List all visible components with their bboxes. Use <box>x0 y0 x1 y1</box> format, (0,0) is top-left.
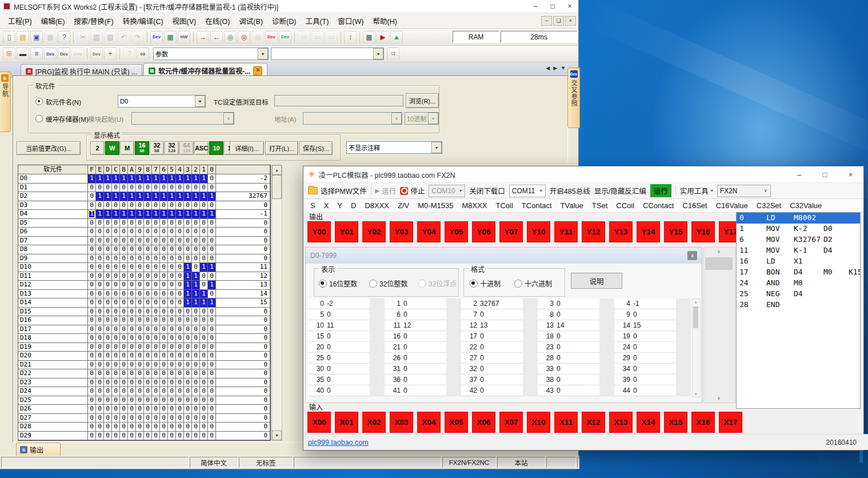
bit-cell[interactable]: 0 <box>160 387 168 396</box>
bit-cell[interactable]: 0 <box>192 414 200 423</box>
device-cell[interactable]: D10 <box>18 263 88 272</box>
device-cell[interactable]: D25 <box>18 396 88 405</box>
bit-cell[interactable]: 0 <box>152 298 160 308</box>
bit-cell[interactable]: 0 <box>104 184 112 193</box>
bit-cell[interactable]: 0 <box>96 272 104 281</box>
bit-cell[interactable]: 0 <box>96 361 104 370</box>
run-icon[interactable]: ▶ <box>377 31 389 43</box>
bit-cell[interactable]: 0 <box>96 343 104 352</box>
io-button-x06[interactable]: X06 <box>472 412 495 433</box>
bit-cell[interactable]: 0 <box>184 228 192 237</box>
d-register-cell[interactable]: 80 <box>538 309 599 320</box>
bit-cell[interactable]: 0 <box>120 290 128 299</box>
bit-cell[interactable]: 1 <box>136 174 144 184</box>
bit-cell[interactable]: 1 <box>176 210 184 219</box>
device-cell[interactable]: D5 <box>18 219 88 228</box>
d-register-cell[interactable]: 220 <box>461 342 523 353</box>
bit-cell[interactable]: 0 <box>184 316 192 325</box>
bit-cell[interactable]: 0 <box>96 228 104 237</box>
bit-cell[interactable]: 0 <box>200 387 208 396</box>
bit-cell[interactable]: 0 <box>208 379 216 388</box>
d-register-cell[interactable]: 400 <box>308 385 370 396</box>
bit-cell[interactable]: 0 <box>152 379 160 388</box>
bit-cell[interactable]: 0 <box>136 423 144 432</box>
bit-cell[interactable]: 0 <box>152 308 160 317</box>
bit-cell[interactable]: 0 <box>192 369 200 379</box>
bit-cell[interactable]: 1 <box>144 192 152 201</box>
bit-cell[interactable]: 0 <box>120 316 128 325</box>
d-register-cell[interactable]: 150 <box>308 331 370 342</box>
io-button-y04[interactable]: Y04 <box>417 221 441 242</box>
bit-cell[interactable]: 0 <box>200 369 208 379</box>
bit-cell[interactable]: 0 <box>128 263 136 272</box>
bit-cell[interactable]: 0 <box>152 325 160 334</box>
bit-cell[interactable]: 1 <box>152 210 160 219</box>
bit-cell[interactable]: 0 <box>176 361 184 370</box>
bit-cell[interactable]: 0 <box>104 219 112 228</box>
bit-cell[interactable]: 1 <box>112 174 120 184</box>
bit-cell[interactable]: 0 <box>160 343 168 352</box>
device-tab-m8xxx[interactable]: M8XXX <box>462 201 487 210</box>
bit-cell[interactable]: 0 <box>128 334 136 343</box>
scroll-down-icon[interactable]: ∨ <box>693 391 699 397</box>
device-tab-d8xxx[interactable]: D8XXX <box>365 201 389 210</box>
bit-cell[interactable]: 0 <box>184 201 192 210</box>
bit-cell[interactable]: 1 <box>184 298 192 308</box>
bit-cell[interactable]: 0 <box>112 228 120 237</box>
bit-cell[interactable]: 0 <box>120 245 128 254</box>
bit-cell[interactable]: 0 <box>128 298 136 308</box>
io-button-y00[interactable]: Y00 <box>307 221 331 242</box>
bit-cell[interactable]: 0 <box>112 343 120 352</box>
bit-cell[interactable]: 1 <box>168 192 176 201</box>
bit-cell[interactable]: 0 <box>96 184 104 193</box>
bit-cell[interactable]: 0 <box>136 272 144 281</box>
bit-cell[interactable]: 0 <box>88 387 96 396</box>
device-cell[interactable]: D21 <box>18 361 88 370</box>
tab-close-icon[interactable]: × <box>253 66 262 75</box>
device-tab-x[interactable]: X <box>324 201 329 210</box>
device-cell[interactable]: D18 <box>18 334 88 343</box>
bit-cell[interactable]: 0 <box>176 352 184 361</box>
bit-cell[interactable]: 0 <box>120 263 128 272</box>
device-cell[interactable]: D17 <box>18 325 88 334</box>
bit-cell[interactable]: 0 <box>144 405 152 414</box>
instruction-row[interactable]: 16LDX1 <box>737 256 860 267</box>
minimize-button[interactable]: – <box>527 1 544 13</box>
io-button-y16[interactable]: Y16 <box>691 221 715 242</box>
bit-cell[interactable]: 0 <box>144 343 152 352</box>
bit-cell[interactable]: 0 <box>112 396 120 405</box>
bit-cell[interactable]: 0 <box>136 343 144 352</box>
bit-cell[interactable]: 0 <box>136 184 144 193</box>
value-cell[interactable]: 0 <box>216 379 270 388</box>
bit-cell[interactable]: 0 <box>88 334 96 343</box>
bit-cell[interactable]: 0 <box>176 237 184 246</box>
taobao-link[interactable]: plc999.taobao.com <box>308 439 369 447</box>
instruction-row[interactable]: 28END <box>737 300 860 310</box>
bit-cell[interactable]: 0 <box>120 369 128 379</box>
bit-cell[interactable]: 0 <box>128 201 136 210</box>
device-cell[interactable]: D4 <box>18 210 88 219</box>
value-cell[interactable]: 0 <box>216 308 270 317</box>
io-button-y15[interactable]: Y15 <box>664 221 687 242</box>
value-cell[interactable]: 0 <box>216 184 270 193</box>
bit-cell[interactable]: 0 <box>192 201 200 210</box>
bit-cell[interactable]: 1 <box>136 192 144 201</box>
bit-cell[interactable]: 0 <box>96 334 104 343</box>
format-button-16-bit[interactable]: 16bit <box>135 141 149 155</box>
project-tree-icon[interactable]: ⊞ <box>3 47 15 60</box>
device-name-combo[interactable]: D0▼ <box>118 95 206 107</box>
bit-cell[interactable]: 1 <box>184 174 192 184</box>
bit-cell[interactable]: 0 <box>136 263 144 272</box>
d-register-cell[interactable]: 430 <box>538 385 599 396</box>
bit-cell[interactable]: 0 <box>168 369 176 379</box>
bit-cell[interactable]: 0 <box>88 432 96 441</box>
bit-cell[interactable]: 0 <box>112 369 120 379</box>
bit-cell[interactable]: 1 <box>208 281 216 290</box>
menu-搜索/替换F[interactable]: 搜索/替换(F) <box>69 14 118 28</box>
bit-cell[interactable]: 1 <box>152 174 160 184</box>
bit-cell[interactable]: 0 <box>136 298 144 308</box>
bit-cell[interactable]: 0 <box>168 298 176 308</box>
bit-cell[interactable]: 0 <box>112 237 120 246</box>
bit-cell[interactable]: 0 <box>88 184 96 193</box>
bit-cell[interactable]: 0 <box>168 263 176 272</box>
